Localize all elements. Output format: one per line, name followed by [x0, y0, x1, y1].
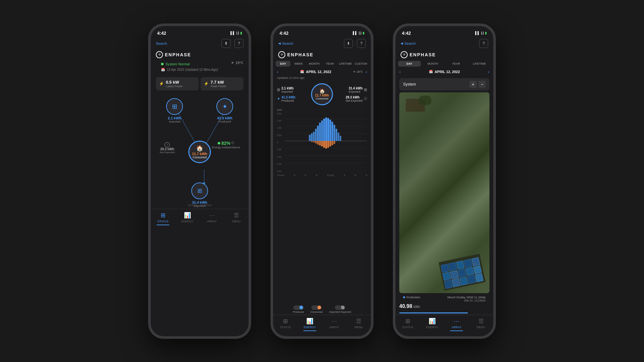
tab-custom-2[interactable]: CUSTOM [354, 61, 368, 67]
grid-node: ⊞ 2.1 kWh Imported [166, 98, 183, 123]
svg-rect-11 [309, 135, 311, 141]
svg-rect-32 [326, 141, 327, 149]
tab-day-3[interactable]: DAY [398, 61, 421, 67]
array-nav-icon-2: ⋯ [331, 318, 337, 325]
tab-year-3[interactable]: YEAR [445, 61, 468, 67]
export-label: Exported [194, 204, 205, 208]
wifi-icon-2: ⌊⌋ [359, 31, 361, 35]
help-button-2[interactable]: ? [357, 39, 366, 48]
legend-produced[interactable]: Produced [293, 305, 304, 313]
nav-array-1[interactable]: ⋯ ARRAY [200, 212, 224, 225]
nav-energy-1[interactable]: 📊 ENERGY [175, 212, 200, 225]
home-icon-2: 🏠 [319, 88, 325, 94]
produced-toggle[interactable] [293, 305, 304, 310]
next-date-3[interactable]: › [488, 69, 489, 74]
export-icon: ⊞ [191, 182, 208, 199]
chart-y-label: kWh [277, 108, 367, 111]
svg-rect-22 [332, 122, 333, 141]
legend-imported-exported[interactable]: Imported/ Exported [329, 305, 351, 313]
tab-day-2[interactable]: DAY [276, 61, 290, 67]
net-export-label: Net Exported [160, 151, 175, 154]
tab-lifetime-3[interactable]: LIFETIME [468, 61, 491, 67]
nav-array-3[interactable]: ⋯ ARRAY [444, 318, 469, 331]
search-link-1[interactable]: Search [156, 42, 167, 45]
svg-rect-18 [323, 118, 325, 141]
notch-2 [303, 26, 341, 35]
prev-date-2[interactable]: ‹ [277, 69, 279, 74]
independence-dot [218, 142, 220, 144]
nav-menu-2[interactable]: ☰ MENU [346, 318, 371, 331]
tab-month-3[interactable]: MONTH [421, 61, 444, 67]
tab-week-2[interactable]: WEEK [291, 61, 306, 67]
x-6: 6 [305, 174, 306, 177]
production-bar [399, 312, 468, 313]
next-date-2[interactable]: › [365, 69, 367, 74]
help-button-1[interactable]: ? [234, 39, 243, 48]
svg-rect-30 [321, 141, 323, 146]
nav-array-2[interactable]: ⋯ ARRAY [322, 318, 346, 331]
notch-1 [180, 26, 219, 35]
svg-rect-34 [329, 141, 331, 146]
export-grid-icon-2: ⊞ [364, 88, 367, 92]
tab-month-2[interactable]: MONTH [307, 61, 322, 67]
info-icon-2: ⓘ [231, 141, 234, 145]
nav-menu-3[interactable]: ☰ MENU [469, 318, 493, 331]
search-link-2[interactable]: ◀ Search [278, 42, 293, 45]
zoom-in-button[interactable]: + [469, 81, 477, 88]
consumed-toggle[interactable] [311, 305, 322, 310]
svg-rect-28 [317, 141, 319, 144]
nav-indicator-2 [303, 330, 316, 331]
system-status-1: System Normal [156, 61, 223, 67]
nav-menu-label-2: MENU [355, 326, 363, 329]
nav-status-2[interactable]: ⊞ STATUS [273, 318, 298, 331]
svg-rect-23 [334, 125, 335, 141]
info-icon-1: i [165, 142, 170, 147]
production-unit: kWh [413, 305, 420, 309]
nav-status-1[interactable]: ⊞ STATUS [151, 212, 175, 225]
logo-circle-3: ⊙ [401, 51, 408, 58]
tab-lifetime-2[interactable]: LIFETIME [338, 61, 353, 67]
logo-text-2: ENPHASE [287, 52, 314, 57]
date-center-2: 📅 APRIL 12, 2022 [300, 70, 331, 74]
search-link-3[interactable]: ◀ Search [401, 42, 416, 45]
help-button-3[interactable]: ? [479, 39, 488, 48]
export-node: ⊞ 31.4 kWh Exported [191, 182, 208, 208]
latest-power-val: 0.5 kW [166, 80, 183, 85]
top-stats-1: ⚡ 0.5 kW Latest Power ⚡ 7.7 kW Peak Powe… [156, 77, 243, 90]
imported-metric: ⊞ 2.1 kWh Imported [277, 86, 299, 93]
enphase-logo-2: ⊙ ENPHASE [273, 50, 371, 60]
time-tabs-2: DAY WEEK MONTH YEAR LIFETIME CUSTOM [273, 60, 371, 68]
share-button-1[interactable]: ⬆ [222, 39, 231, 48]
phones-container: 4:42 ▌▌ ⌊⌋ ▮ Search ⬆ ? ⊙ ENPHASE [148, 23, 496, 339]
nav-energy-2[interactable]: 📊 ENERGY [298, 318, 322, 331]
nav-menu-1[interactable]: ☰ MENU [224, 212, 249, 225]
zoom-out-button[interactable]: − [478, 81, 486, 88]
wifi-icon-3: ⌊⌋ [481, 31, 484, 35]
legend-consumed-label: Consumed [310, 311, 323, 313]
bottom-nav-2: ⊞ STATUS 📊 ENERGY ⋯ ARRAY ☰ MENU [273, 315, 371, 336]
produced-metric: ✦ 41.0 kWh Produced [277, 95, 299, 102]
info-icon-3: ⓘ [364, 97, 367, 101]
consumed-val-1: 11.7 kWh [192, 152, 207, 156]
tab-year-2[interactable]: YEAR [322, 61, 337, 67]
net-exported-val-2: 29.3 kWh [346, 95, 363, 99]
system-normal-text-1: System Normal [166, 62, 190, 66]
nav-energy-label-1: ENERGY [181, 220, 194, 223]
calendar-icon-2: 📅 [300, 70, 304, 73]
nav-status-label-1: STATUS [157, 220, 168, 223]
grid-val: 2.1 kWh [168, 116, 181, 120]
imp-exp-toggle[interactable] [335, 305, 345, 310]
svg-rect-37 [311, 141, 313, 142]
nav-energy-label-3: ENERGY [426, 326, 438, 329]
temp-row-1: ☀ 19°C [231, 61, 243, 65]
share-button-2[interactable]: ⬆ [344, 39, 353, 48]
legend-consumed[interactable]: Consumed [310, 305, 323, 313]
nav-energy-3[interactable]: 📊 ENERGY [420, 318, 444, 331]
y-150-top: 1.50 [277, 120, 285, 122]
center-consumed-label: Consumed [316, 97, 328, 100]
consumed-center: 🏠 11.7 kWh Consumed [188, 141, 211, 163]
aerial-bg [399, 92, 489, 293]
prev-date-3[interactable]: ‹ [399, 69, 401, 74]
nav-status-3[interactable]: ⊞ STATUS [395, 318, 420, 331]
zoom-buttons: + − [469, 81, 486, 88]
